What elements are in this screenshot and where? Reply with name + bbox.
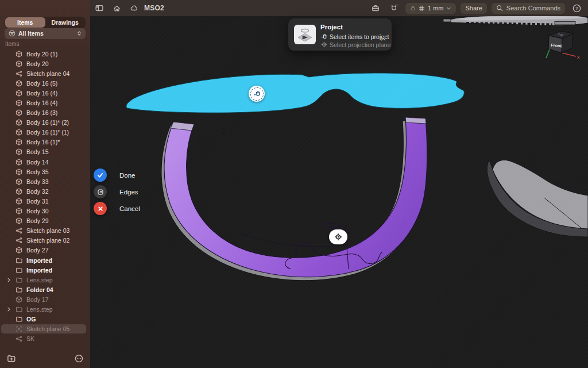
sidebar-toggle-icon[interactable] xyxy=(92,2,106,14)
cube-icon xyxy=(15,129,22,136)
view-cube-top-label: Top xyxy=(558,33,563,37)
sidebar-item-body-31[interactable]: Body 31 xyxy=(0,196,90,206)
cube-icon xyxy=(15,217,22,225)
cube-icon xyxy=(15,178,22,185)
sidebar-item-body-30[interactable]: Body 30 xyxy=(0,206,90,216)
cube-icon xyxy=(15,187,22,195)
expand-chevron-icon[interactable] xyxy=(6,306,11,312)
sidebar-item-body-14[interactable]: Body 14 xyxy=(0,157,90,167)
tab-drawings[interactable]: Drawings xyxy=(45,17,86,28)
temple-arm-body[interactable] xyxy=(443,16,588,25)
help-icon[interactable]: ? xyxy=(570,2,583,14)
item-label: Body 16 (4) xyxy=(26,99,57,106)
item-label: Body 14 xyxy=(26,159,49,166)
project-tool-panel: Project Select items to project Select p… xyxy=(288,18,392,51)
sidebar-item-body-16-5[interactable]: Body 16 (5) xyxy=(0,78,90,88)
select-items-row[interactable]: Select items to project xyxy=(320,33,389,40)
units-dropdown[interactable]: 1 mm xyxy=(405,3,457,14)
sidebar-item-body-29[interactable]: Body 29 xyxy=(0,216,90,226)
item-label: Lens.step xyxy=(26,306,53,313)
tab-items[interactable]: Items xyxy=(5,17,45,28)
purple-frame-endcap-right xyxy=(405,117,426,124)
crosshair-icon xyxy=(334,233,342,241)
item-label: Body 16 (3) xyxy=(26,109,57,116)
select-items-badge[interactable] xyxy=(249,86,265,102)
cyan-lens-shape[interactable] xyxy=(126,73,465,113)
sidebar-bottom-bar xyxy=(0,348,90,368)
sidebar-item-folder-04[interactable]: Folder 04 xyxy=(0,285,90,294)
cube-icon xyxy=(15,50,22,57)
edges-label: Edges xyxy=(119,189,138,195)
cloud-sync-icon[interactable] xyxy=(127,2,141,14)
item-label: Body 16 (5) xyxy=(26,80,57,87)
lock-icon xyxy=(410,5,416,11)
search-label: Search Commands xyxy=(506,5,560,12)
updown-chevron-icon xyxy=(76,30,82,36)
sidebar-item-body-27[interactable]: Body 27 xyxy=(0,246,90,255)
sidebar-item-sketch-plane-04[interactable]: Sketch plane 04 xyxy=(0,68,90,78)
edges-button[interactable]: Edges xyxy=(94,185,138,198)
items-list: Body 20 (1)Body 20Sketch plane 04Body 16… xyxy=(0,49,90,344)
collapse-chevron-icon[interactable] xyxy=(380,34,386,45)
view-cube[interactable]: Front Top x xyxy=(544,28,582,61)
cube-icon xyxy=(15,208,22,215)
app-window: { "titlebar": { "title": "MSO2", "left_i… xyxy=(0,0,588,368)
sidebar-item-body-15[interactable]: Body 15 xyxy=(0,147,90,157)
svg-text:?: ? xyxy=(575,6,578,11)
sidebar-item-body-33[interactable]: Body 33 xyxy=(0,177,90,186)
item-label: Body 16 (4) xyxy=(26,90,57,97)
search-commands-button[interactable]: Search Commands xyxy=(492,3,565,14)
magnet-snap-icon[interactable] xyxy=(387,2,401,14)
toolbox-icon[interactable] xyxy=(369,2,382,14)
projection-plane-badge[interactable] xyxy=(329,229,347,244)
select-items-icon xyxy=(320,33,327,40)
projection-plane-icon xyxy=(320,41,327,48)
sidebar-item-body-16-1-1[interactable]: Body 16 (1)* (1) xyxy=(0,128,90,137)
sidebar-item-sketch-plane-05[interactable]: Sketch plane 05 xyxy=(0,324,90,334)
sidebar-item-body-16-1-2[interactable]: Body 16 (1)* (2) xyxy=(0,118,90,128)
folder-icon xyxy=(15,316,22,323)
viewport-3d[interactable]: Project Select items to project Select p… xyxy=(90,16,588,368)
grid-icon xyxy=(419,5,425,12)
sidebar-item-imported[interactable]: Imported xyxy=(0,265,90,275)
project-illustration xyxy=(295,26,315,43)
folder-icon xyxy=(15,256,22,264)
sidebar-item-body-20[interactable]: Body 20 xyxy=(0,59,90,68)
sidebar-item-body-16-1[interactable]: Body 16 (1)* xyxy=(0,137,90,147)
home-icon[interactable] xyxy=(110,2,123,14)
cube-icon xyxy=(15,158,22,166)
cube-icon xyxy=(15,148,22,156)
gray-swoosh-body[interactable] xyxy=(487,160,588,237)
sidebar-item-og[interactable]: OG xyxy=(0,315,90,324)
item-label: Body 30 xyxy=(26,208,49,214)
sidebar-item-imported[interactable]: Imported xyxy=(0,255,90,265)
item-label: Body 16 (1)* (2) xyxy=(26,119,69,126)
add-folder-icon[interactable] xyxy=(7,354,16,363)
sidebar-item-body-32[interactable]: Body 32 xyxy=(0,186,90,196)
view-cube-front-label: Front xyxy=(551,43,562,48)
done-button[interactable]: Done xyxy=(94,168,136,182)
share-button[interactable]: Share xyxy=(461,3,486,14)
sidebar-item-body-20-1[interactable]: Body 20 (1) xyxy=(0,49,90,59)
sidebar-item-lens-step[interactable]: Lens.step xyxy=(0,275,90,285)
sidebar-item-body-16-4[interactable]: Body 16 (4) xyxy=(0,98,90,108)
sidebar-item-lens-step[interactable]: Lens.step xyxy=(0,304,90,314)
sidebar-item-sk[interactable]: SK xyxy=(0,334,90,344)
sidebar-item-body-17[interactable]: Body 17 xyxy=(0,294,90,304)
sidebar-item-sketch-plane-03[interactable]: Sketch plane 03 xyxy=(0,226,90,236)
cancel-button[interactable]: Cancel xyxy=(94,202,140,215)
sidebar-item-body-16-3[interactable]: Body 16 (3) xyxy=(0,108,90,118)
more-options-icon[interactable] xyxy=(75,354,83,363)
item-label: Body 31 xyxy=(26,198,49,205)
item-label: Body 20 xyxy=(26,60,49,67)
items-filter-dropdown[interactable]: All Items xyxy=(5,28,86,39)
folder-icon xyxy=(15,276,22,283)
cube-icon xyxy=(15,79,22,87)
expand-chevron-icon[interactable] xyxy=(6,277,11,282)
item-label: Sketch plane 03 xyxy=(26,227,69,234)
sidebar-item-sketch-plane-02[interactable]: Sketch plane 02 xyxy=(0,236,90,246)
sidebar-item-body-16-4[interactable]: Body 16 (4) xyxy=(0,88,90,98)
sidebar-item-body-35[interactable]: Body 35 xyxy=(0,167,90,177)
sketch-icon xyxy=(15,70,22,77)
cube-icon xyxy=(15,197,22,205)
